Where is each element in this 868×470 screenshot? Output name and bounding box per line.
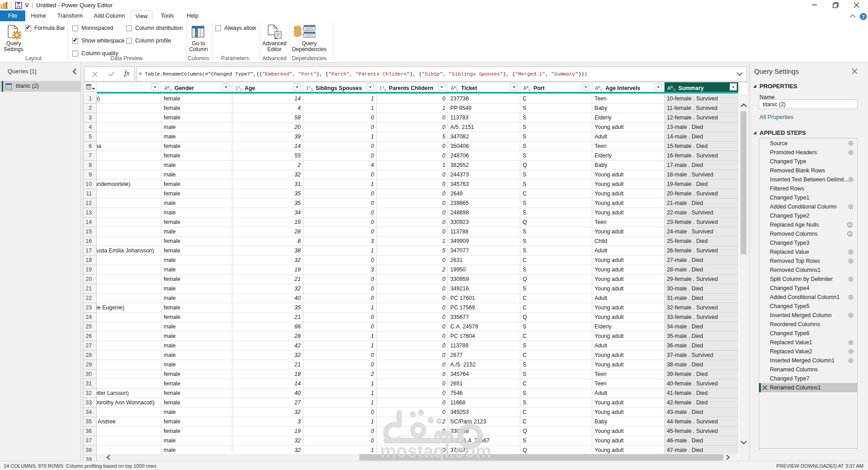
svg-text:?: ? [862, 14, 865, 19]
